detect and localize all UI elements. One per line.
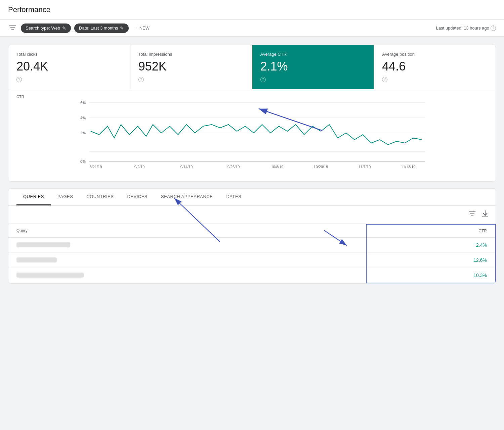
- table-row: 10.3%: [8, 268, 495, 283]
- last-updated-text: Last updated: 13 hours ago ?: [436, 26, 496, 31]
- svg-text:10/8/19: 10/8/19: [271, 165, 284, 169]
- chart-area: CTR 6% 4% 2% 0%: [8, 89, 496, 181]
- svg-text:11/13/19: 11/13/19: [401, 165, 416, 169]
- svg-text:9/26/19: 9/26/19: [227, 165, 240, 169]
- metric-average-position[interactable]: Average position 44.6 ?: [374, 45, 496, 89]
- svg-text:4%: 4%: [80, 116, 86, 120]
- col-header-query[interactable]: Query: [8, 224, 366, 238]
- metrics-row: Total clicks 20.4K ? Total impressions 9…: [8, 45, 496, 89]
- blurred-query-3: [16, 273, 84, 278]
- metric-label-impressions: Total impressions: [138, 52, 244, 57]
- table-tabs: QUERIES PAGES COUNTRIES DEVICES SEARCH A…: [8, 189, 496, 206]
- table-row: 12.6%: [8, 252, 495, 268]
- svg-text:9/14/19: 9/14/19: [180, 165, 193, 169]
- edit-icon: ✎: [120, 26, 124, 31]
- data-table: Query CTR 2.4%: [8, 224, 496, 283]
- svg-text:2%: 2%: [80, 131, 86, 135]
- help-icon-clicks[interactable]: ?: [16, 77, 22, 82]
- query-cell-2: [8, 252, 366, 268]
- help-icon-ctr[interactable]: ?: [260, 77, 266, 82]
- query-cell-1: [8, 237, 366, 252]
- svg-text:9/2/19: 9/2/19: [134, 165, 145, 169]
- metric-value-total-clicks: 20.4K: [16, 59, 122, 74]
- svg-text:0%: 0%: [80, 159, 86, 163]
- metric-label-ctr: Average CTR: [260, 52, 366, 57]
- new-button[interactable]: + NEW: [132, 23, 153, 33]
- ctr-cell-1: 2.4%: [366, 237, 495, 252]
- filter-icon-button[interactable]: [8, 23, 17, 33]
- svg-text:11/1/19: 11/1/19: [359, 165, 371, 169]
- blurred-query-1: [16, 242, 70, 247]
- edit-icon: ✎: [62, 26, 66, 31]
- tab-queries[interactable]: QUERIES: [16, 189, 51, 205]
- svg-text:8/21/19: 8/21/19: [90, 165, 102, 169]
- chart-y-label: CTR: [16, 95, 488, 99]
- page-header: Performance: [0, 0, 504, 20]
- toolbar: Search type: Web ✎ Date: Last 3 months ✎…: [0, 20, 504, 37]
- svg-text:10/20/19: 10/20/19: [314, 165, 328, 169]
- metric-label-total-clicks: Total clicks: [16, 52, 122, 57]
- metric-total-impressions[interactable]: Total impressions 952K ?: [130, 45, 252, 89]
- main-content: Total clicks 20.4K ? Total impressions 9…: [0, 37, 504, 292]
- table-toolbar: [8, 206, 496, 224]
- table-card: QUERIES PAGES COUNTRIES DEVICES SEARCH A…: [8, 188, 496, 284]
- metric-label-position: Average position: [382, 52, 488, 57]
- blurred-query-2: [16, 257, 57, 262]
- page-title: Performance: [8, 5, 496, 14]
- help-icon[interactable]: ?: [491, 26, 496, 31]
- svg-text:6%: 6%: [80, 101, 86, 105]
- chart-svg: 6% 4% 2% 0% 8/21/19 9/2/19 9/14/19 9/26/…: [16, 99, 488, 173]
- date-chip[interactable]: Date: Last 3 months ✎: [74, 23, 129, 33]
- help-icon-impressions[interactable]: ?: [138, 77, 144, 82]
- metric-value-ctr: 2.1%: [260, 59, 366, 74]
- search-type-chip[interactable]: Search type: Web ✎: [21, 23, 71, 33]
- help-icon-position[interactable]: ?: [382, 77, 387, 82]
- ctr-cell-3: 10.3%: [366, 268, 495, 283]
- col-header-ctr[interactable]: CTR: [366, 224, 495, 238]
- filter-table-button[interactable]: [467, 208, 477, 221]
- metric-value-position: 44.6: [382, 59, 488, 74]
- download-button[interactable]: [480, 208, 490, 221]
- tab-devices[interactable]: DEVICES: [120, 189, 154, 205]
- tab-pages[interactable]: PAGES: [51, 189, 80, 205]
- chart-container: 6% 4% 2% 0% 8/21/19 9/2/19 9/14/19 9/26/…: [16, 99, 488, 173]
- metric-value-impressions: 952K: [138, 59, 244, 74]
- tab-countries[interactable]: COUNTRIES: [80, 189, 120, 205]
- query-cell-3: [8, 268, 366, 283]
- table-row: 2.4%: [8, 237, 495, 252]
- metrics-chart-card: Total clicks 20.4K ? Total impressions 9…: [8, 45, 496, 182]
- tab-search-appearance[interactable]: SEARCH APPEARANCE: [154, 189, 219, 205]
- metric-total-clicks[interactable]: Total clicks 20.4K ?: [8, 45, 130, 89]
- metric-average-ctr[interactable]: Average CTR 2.1% ?: [252, 45, 374, 89]
- ctr-cell-2: 12.6%: [366, 252, 495, 268]
- tab-dates[interactable]: DATES: [219, 189, 248, 205]
